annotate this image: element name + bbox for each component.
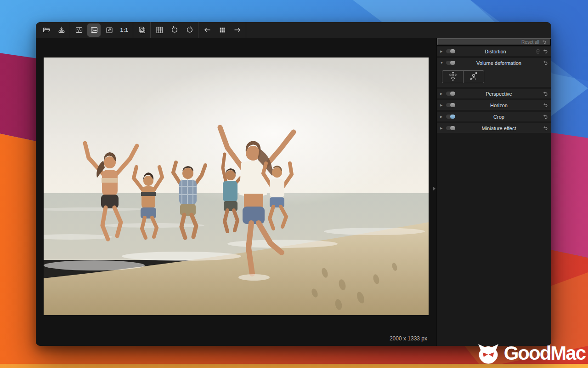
section-reset-icon[interactable] [543,49,548,54]
reset-all-button[interactable]: Reset all [437,38,551,46]
section-label: Horizon [455,103,543,108]
goodmac-logo-text: GoodMac [504,342,585,364]
section-reset-icon[interactable] [543,91,548,97]
duplicate-icon [138,26,146,34]
expand-chevron-icon[interactable]: ▶ [440,104,446,107]
section-row-horizon[interactable]: ▶ Horizon [437,100,551,110]
section-reset-icon[interactable] [543,126,548,131]
section-label: Volume deformation [455,60,543,66]
thumbnails-grid-icon [218,26,226,34]
horizon-toggle[interactable] [446,103,455,107]
zoom-1-1-button[interactable]: 1:1 [118,23,131,37]
single-image-view-button[interactable] [87,23,101,37]
squeeze-diagonal-button[interactable] [463,71,484,83]
section-reset-icon[interactable] [543,114,548,120]
toolbar-separator [198,22,198,38]
section-row-distortion[interactable]: ▶ Distortion [437,46,551,56]
toolbar-separator [150,22,151,38]
toolbar-separator [70,22,70,38]
goodmac-cat-icon [475,340,501,366]
section-block-volume-deformation: ▼ Volume deformation [437,58,551,87]
section-row-miniature-effect[interactable]: ▶ Miniature effect [437,123,551,133]
expand-chevron-icon[interactable]: ▶ [440,50,446,53]
redo-icon [186,26,194,34]
section-reset-icon[interactable] [543,103,548,108]
section-label: Miniature effect [455,126,543,131]
arrow-left-icon [203,26,211,34]
toolbar: 1:1 [36,22,551,38]
fit-to-screen-button[interactable] [102,23,116,37]
editor-canvas: 2000 x 1333 px [36,38,436,346]
arrow-right-icon [233,26,242,34]
duplicate-button[interactable] [135,23,148,37]
fit-screen-icon [105,26,113,34]
toolbar-separator [133,22,133,38]
expand-chevron-icon[interactable]: ▶ [440,92,446,96]
person-squeeze-horizontal-icon [448,72,458,82]
section-row-volume-deformation[interactable]: ▼ Volume deformation [437,58,551,68]
section-row-perspective[interactable]: ▶ Perspective [437,89,551,98]
photo-canvas[interactable] [44,58,429,315]
image-size-label: 2000 x 1333 px [390,335,427,342]
goodmac-watermark: GoodMac [475,340,585,366]
person-squeeze-diagonal-icon [469,72,479,82]
adjustments-panel: Reset all ▶ Distortion [436,38,551,346]
section-label: Perspective [455,91,543,97]
export-icon [57,26,66,34]
previous-image-button[interactable] [200,23,214,37]
distortion-toggle[interactable] [446,49,455,53]
section-label: Crop [455,114,543,120]
toolbar-separator [246,22,246,38]
undo-icon [170,26,179,34]
browse-thumbnails-button[interactable] [215,23,229,37]
redo-button[interactable] [183,23,196,37]
app-window: 1:1 [36,22,551,346]
grid-overlay-button[interactable] [153,23,166,37]
next-image-button[interactable] [231,23,244,37]
open-file-button[interactable] [40,23,53,37]
perspective-toggle[interactable] [446,92,455,96]
zoom-1-1-label: 1:1 [120,27,128,33]
reset-all-label: Reset all [521,40,539,45]
grid-icon [155,26,164,34]
squeeze-horizontal-button[interactable] [442,71,463,83]
open-folder-icon [42,26,51,34]
reset-all-icon [542,40,547,45]
expand-chevron-icon[interactable]: ▶ [440,115,446,119]
compare-view-button[interactable] [72,23,85,37]
collapse-chevron-icon[interactable]: ▼ [440,61,446,64]
panel-collapse-handle[interactable] [433,186,435,191]
undo-button[interactable] [168,23,181,37]
section-reset-icon[interactable] [543,60,548,66]
miniature-effect-toggle[interactable] [446,126,455,130]
image-icon [90,26,98,34]
volume-deformation-toggle[interactable] [446,61,455,65]
compare-image-icon [75,26,83,34]
beach-photo [44,58,429,315]
trash-icon[interactable] [536,49,540,54]
expand-chevron-icon[interactable]: ▶ [440,126,446,130]
section-row-crop[interactable]: ▶ Crop [437,112,551,121]
section-label: Distortion [455,49,536,54]
volume-deformation-tools [437,68,551,87]
crop-toggle[interactable] [446,115,455,119]
export-button[interactable] [55,23,68,37]
